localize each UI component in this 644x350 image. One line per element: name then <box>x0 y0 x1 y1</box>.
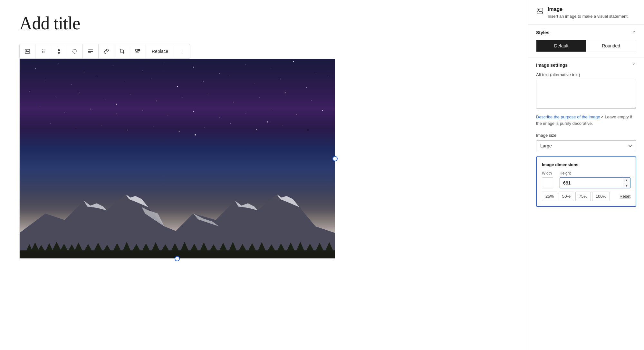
select-button[interactable] <box>69 45 81 57</box>
toolbar-group-drag <box>35 44 51 58</box>
svg-point-28 <box>316 72 316 73</box>
alt-text-input[interactable] <box>536 80 636 109</box>
svg-rect-0 <box>25 49 30 54</box>
width-input[interactable] <box>542 177 553 188</box>
alt-text-link[interactable]: Describe the purpose of the image <box>536 115 600 119</box>
svg-point-17 <box>35 68 36 69</box>
svg-point-51 <box>285 93 286 93</box>
block-description: Insert an image to make a visual stateme… <box>548 14 629 19</box>
svg-point-39 <box>306 87 307 88</box>
svg-point-7 <box>44 52 44 53</box>
svg-point-33 <box>151 78 152 78</box>
svg-point-64 <box>322 110 323 111</box>
dimensions-title: Image dimensions <box>542 162 630 167</box>
svg-point-43 <box>79 93 80 93</box>
svg-point-53 <box>39 107 39 108</box>
image-settings-section: Image settings ⌃ Alt text (alternative t… <box>528 57 644 212</box>
svg-point-38 <box>280 79 281 79</box>
height-label: Height <box>560 171 630 175</box>
rounded-style-button[interactable]: Rounded <box>586 40 636 52</box>
crop-button[interactable] <box>116 45 128 57</box>
percent-75-button[interactable]: 75% <box>575 192 591 201</box>
svg-point-66 <box>76 128 76 129</box>
image-size-label: Image size <box>536 133 636 138</box>
svg-point-69 <box>153 126 153 127</box>
svg-rect-10 <box>88 51 93 52</box>
svg-point-62 <box>271 109 271 109</box>
svg-point-41 <box>29 91 29 91</box>
more-options-button[interactable]: ⋮ <box>176 45 188 57</box>
svg-point-44 <box>105 99 105 100</box>
svg-point-34 <box>177 86 178 87</box>
svg-point-52 <box>311 100 311 100</box>
svg-point-67 <box>101 125 102 125</box>
svg-point-70 <box>179 131 180 132</box>
image-container <box>19 59 335 259</box>
drag-button[interactable] <box>37 45 49 57</box>
link-button[interactable] <box>101 45 112 57</box>
svg-rect-11 <box>88 53 91 53</box>
percent-25-button[interactable]: 25% <box>542 192 557 201</box>
svg-point-60 <box>219 117 220 117</box>
svg-point-19 <box>84 72 84 72</box>
svg-point-25 <box>245 65 245 65</box>
height-input[interactable] <box>560 178 623 188</box>
svg-point-40 <box>329 76 329 77</box>
image-icon <box>24 48 30 54</box>
align-button[interactable] <box>85 45 96 57</box>
sidebar-image-icon <box>536 7 544 15</box>
image-preview[interactable] <box>19 59 335 259</box>
svg-point-74 <box>282 125 283 125</box>
resize-handle-right[interactable] <box>332 156 338 161</box>
svg-point-23 <box>193 67 194 68</box>
svg-point-21 <box>142 70 142 71</box>
styles-section-header: Styles ⌃ <box>536 30 636 35</box>
height-increment-button[interactable]: ▲ <box>623 178 630 183</box>
svg-point-71 <box>205 127 205 128</box>
percent-50-button[interactable]: 50% <box>559 192 574 201</box>
toolbar-group-move: ▲ ▼ <box>51 44 67 58</box>
image-dimensions-box: Image dimensions Width Height ▲ ▼ <box>536 156 636 207</box>
style-buttons-group: Default Rounded <box>536 40 636 52</box>
percent-buttons-row: 25% 50% 75% 100% Reset <box>542 192 630 201</box>
move-up-down-button[interactable]: ▲ ▼ <box>53 45 65 57</box>
height-spinners: ▲ ▼ <box>623 178 630 188</box>
image-block-icon-button[interactable] <box>22 45 33 57</box>
percent-100-button[interactable]: 100% <box>592 192 610 201</box>
resize-handle-bottom[interactable] <box>175 256 180 261</box>
page-title[interactable]: Add title <box>19 13 509 34</box>
svg-point-58 <box>168 115 168 115</box>
toolbar-group-align <box>83 44 99 58</box>
width-label: Width <box>542 171 553 175</box>
svg-point-56 <box>116 114 117 114</box>
align-icon <box>88 48 93 54</box>
text-wrap-icon <box>135 48 141 54</box>
svg-point-37 <box>255 83 255 83</box>
height-group: Height ▲ ▼ <box>560 171 630 188</box>
crop-icon <box>119 48 125 54</box>
svg-point-68 <box>127 130 128 130</box>
svg-point-50 <box>259 97 260 98</box>
editor-area: Add title <box>0 0 528 350</box>
svg-point-55 <box>90 109 91 109</box>
block-header: Image Insert an image to make a visual s… <box>528 0 644 25</box>
image-settings-toggle-icon[interactable]: ⌃ <box>632 63 636 68</box>
svg-point-48 <box>208 94 208 94</box>
replace-button[interactable]: Replace <box>148 45 172 57</box>
svg-point-72 <box>230 123 231 124</box>
svg-point-54 <box>64 112 65 112</box>
svg-point-78 <box>116 104 117 105</box>
height-decrement-button[interactable]: ▼ <box>623 183 630 188</box>
alt-text-link-row: Describe the purpose of the image↗ Leave… <box>536 114 636 126</box>
svg-point-6 <box>42 52 43 53</box>
alt-text-label: Alt text (alternative text) <box>536 72 636 77</box>
svg-point-46 <box>156 101 157 102</box>
styles-toggle-icon[interactable]: ⌃ <box>632 30 636 35</box>
text-wrap-button[interactable] <box>132 45 144 57</box>
image-size-select[interactable]: Thumbnail Medium Large Full Size <box>536 140 636 151</box>
default-style-button[interactable]: Default <box>536 40 586 52</box>
toolbar-group-link <box>99 44 114 58</box>
height-input-wrapper: ▲ ▼ <box>560 177 630 188</box>
reset-button[interactable]: Reset <box>620 194 630 199</box>
svg-point-65 <box>50 123 50 124</box>
